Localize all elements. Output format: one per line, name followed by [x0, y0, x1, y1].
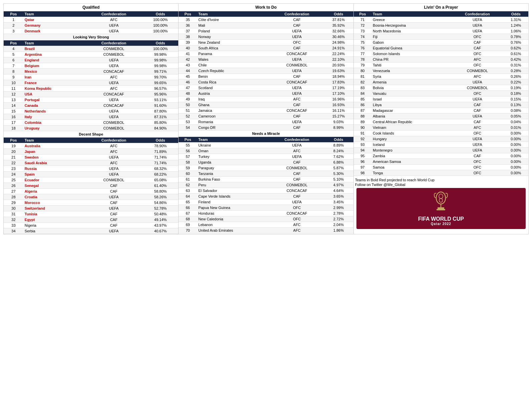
- table-row: 49 Iraq AFC 16.96%: [179, 96, 353, 102]
- pos-cell: 18: [4, 126, 23, 131]
- odds-cell: 5.30%: [324, 171, 353, 177]
- pos-cell: 89: [354, 119, 371, 125]
- table-row: 94 Montenegro UEFA 0.00%: [354, 148, 528, 153]
- table-row: 97 Samoa OFC 0.00%: [354, 165, 528, 170]
- team-cell: Brazil: [23, 46, 85, 52]
- team-cell: Ghana: [197, 102, 270, 108]
- pos-cell: 31: [4, 211, 23, 217]
- conf-cell: UEFA: [270, 28, 324, 34]
- pos-cell: 93: [354, 142, 371, 148]
- odds-cell: 99.98%: [143, 57, 178, 63]
- odds-cell: 0.62%: [504, 45, 528, 51]
- table-row: 14 Canada CONCACAF 91.60%: [4, 103, 178, 109]
- table-row: 12 USA CONCACAF 95.96%: [4, 91, 178, 97]
- team-cell: Qatar: [23, 17, 85, 23]
- odds-cell: 0.78%: [504, 34, 528, 40]
- conf-cell: OFC: [451, 165, 504, 170]
- team-cell: Chile: [197, 62, 270, 68]
- odds-cell: 52.78%: [143, 206, 178, 211]
- pos-cell: 53: [179, 119, 197, 125]
- table-row: 61 Burkina Faso CAF 5.10%: [179, 177, 353, 182]
- conf-cell: CONMEBOL: [85, 46, 143, 52]
- table-row: 83 Bolivia CONMEBOL 0.19%: [354, 85, 528, 91]
- team-cell: USA: [23, 91, 85, 97]
- conf-cell: CAF: [85, 189, 143, 194]
- work-to-do-header: Work to Do: [179, 4, 353, 11]
- wc-trophy-icon: [433, 191, 449, 215]
- team-cell: China PR: [371, 57, 451, 62]
- pos-cell: 70: [179, 228, 197, 233]
- conf-cell: CONMEBOL: [451, 85, 504, 91]
- pos-cell: 63: [179, 188, 197, 194]
- table-row: 60 Tanzania CAF 5.30%: [179, 171, 353, 177]
- conf-cell: UEFA: [451, 114, 504, 119]
- conf-cell: CAF: [270, 74, 324, 79]
- table-row: 8 Mexico CONCACAF 99.71%: [4, 69, 178, 74]
- pos-cell: 71: [354, 17, 371, 23]
- team-cell: Korea Republic: [23, 86, 85, 91]
- odds-cell: 54.86%: [143, 200, 178, 206]
- table-row: 55 Ukraine UEFA 8.89%: [179, 143, 353, 148]
- conf-cell: UEFA: [270, 68, 324, 74]
- odds-cell: 100.00%: [143, 28, 178, 34]
- col-team: Team: [23, 138, 85, 143]
- table-row: 25 Ecuador CONMEBOL 65.08%: [4, 177, 178, 183]
- table-row: 95 Zambia CAF 0.00%: [354, 153, 528, 159]
- table-row: 70 United Arab Emirates AFC 1.86%: [179, 228, 353, 233]
- odds-cell: 58.26%: [143, 194, 178, 200]
- table-row: 53 Romania UEFA 9.03%: [179, 119, 353, 125]
- pos-cell: 2: [4, 23, 23, 28]
- col-pos: Pos: [4, 40, 23, 46]
- pos-cell: 77: [354, 51, 371, 57]
- team-cell: Cameroon: [197, 114, 270, 119]
- team-cell: Armenia: [371, 79, 451, 85]
- odds-cell: 0.22%: [504, 79, 528, 85]
- odds-cell: 0.00%: [504, 142, 528, 148]
- conf-cell: CONCACAF: [270, 188, 324, 194]
- table-row: 85 Israel UEFA 0.15%: [354, 96, 528, 102]
- team-cell: Zambia: [371, 153, 451, 159]
- team-cell: Lebanon: [197, 222, 270, 228]
- logo-text: FIFA WORLD CUP Qatar 2022: [418, 216, 464, 226]
- col-conf-w: Confederation: [270, 11, 324, 17]
- pos-cell: 61: [179, 177, 197, 182]
- pos-cell: 6: [4, 57, 23, 63]
- table-row: 27 Algeria CAF 58.80%: [4, 189, 178, 194]
- conf-cell: CONMEBOL: [270, 62, 324, 68]
- conf-cell: CAF: [451, 40, 504, 45]
- conf-cell: UEFA: [270, 85, 324, 91]
- odds-cell: 8.99%: [324, 125, 353, 131]
- conf-cell: CAF: [85, 211, 143, 217]
- team-cell: Wales: [197, 57, 270, 62]
- pos-cell: 37: [179, 28, 197, 34]
- table-row: 37 Poland UEFA 32.66%: [179, 28, 353, 34]
- conf-cell: OFC: [451, 159, 504, 165]
- conf-cell: UEFA: [85, 57, 143, 63]
- odds-cell: 5.10%: [324, 177, 353, 182]
- qualified-section: Qualified Pos Team Confederation Odds 1 …: [3, 3, 179, 234]
- table-row: 89 Central African Republic CAF 0.04%: [354, 119, 528, 125]
- team-cell: Côte d'Ivoire: [197, 17, 270, 23]
- pos-cell: 55: [179, 143, 197, 148]
- conf-cell: CONMEBOL: [85, 52, 143, 57]
- table-row: 82 Armenia UEFA 0.22%: [354, 79, 528, 85]
- odds-cell: 2.78%: [324, 211, 353, 216]
- table-row: 62 Peru CONMEBOL 4.97%: [179, 182, 353, 188]
- table-row: 23 Russia UEFA 68.32%: [4, 166, 178, 172]
- odds-cell: 65.08%: [143, 177, 178, 183]
- main-container: Qualified Pos Team Confederation Odds 1 …: [3, 3, 529, 234]
- table-row: 21 Sweden UEFA 71.74%: [4, 155, 178, 160]
- team-cell: Poland: [197, 28, 270, 34]
- conf-cell: AFC: [85, 143, 143, 149]
- conf-cell: AFC: [85, 160, 143, 166]
- team-cell: Norway: [197, 34, 270, 40]
- col-team: Team: [197, 137, 270, 143]
- odds-cell: 5.87%: [324, 165, 353, 171]
- team-cell: Senegal: [23, 183, 85, 189]
- conf-cell: CONMEBOL: [270, 165, 324, 171]
- conf-cell: UEFA: [85, 206, 143, 211]
- odds-cell: 8.89%: [324, 143, 353, 148]
- conf-cell: UEFA: [85, 23, 143, 28]
- pos-cell: 76: [354, 45, 371, 51]
- col-conf-q: Confederation: [85, 11, 143, 17]
